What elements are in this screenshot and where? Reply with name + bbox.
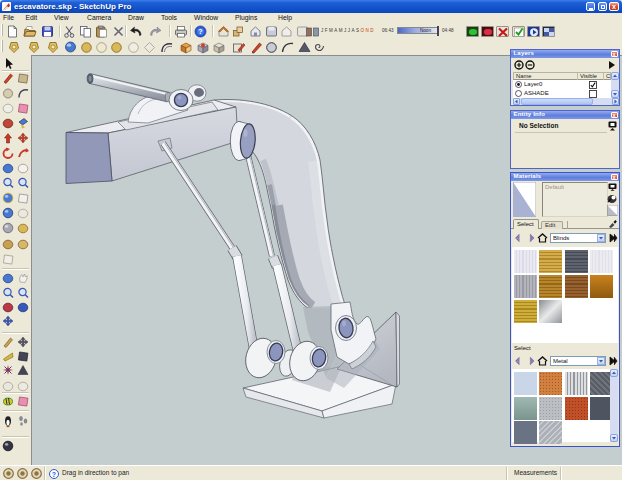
svg-text:?: ? (198, 28, 202, 35)
svg-text:?: ? (52, 470, 56, 477)
